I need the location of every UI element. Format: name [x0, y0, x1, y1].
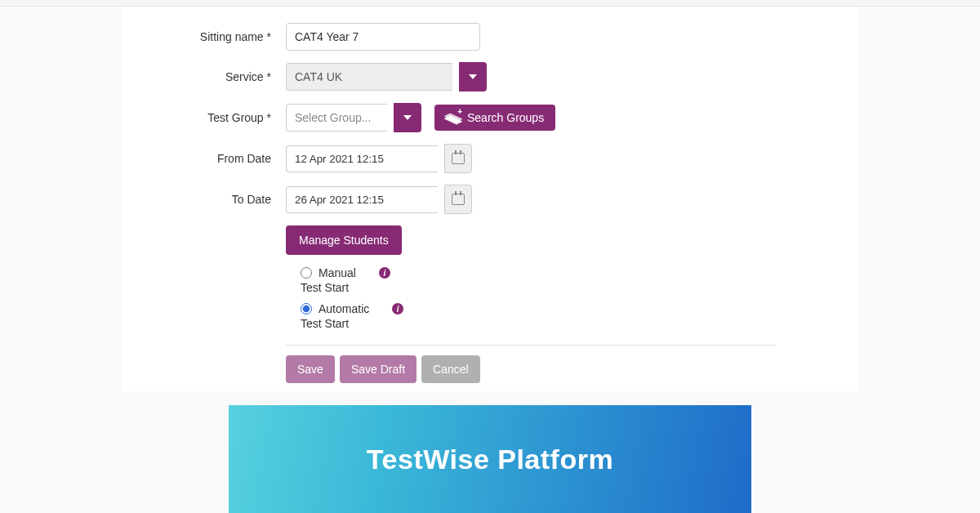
service-dropdown-button[interactable]: [459, 62, 487, 91]
manual-sublabel: Test Start: [301, 281, 464, 294]
divider: [286, 345, 776, 346]
calendar-icon: [452, 194, 465, 205]
from-date-calendar-button[interactable]: [444, 144, 472, 173]
save-button[interactable]: Save: [286, 355, 335, 383]
service-select[interactable]: CAT4 UK: [286, 63, 452, 91]
banner-title: TestWise Platform: [367, 444, 613, 475]
cancel-button[interactable]: Cancel: [421, 355, 480, 383]
action-buttons: Save Save Draft Cancel: [286, 355, 858, 383]
row-from-date: From Date: [122, 144, 858, 173]
save-draft-button[interactable]: Save Draft: [340, 355, 416, 383]
search-groups-label: Search Groups: [467, 111, 544, 124]
to-date-input[interactable]: [286, 186, 438, 213]
from-date-label: From Date: [122, 152, 286, 165]
chevron-down-icon: [403, 115, 412, 120]
automatic-test-start-radio[interactable]: [301, 303, 312, 314]
info-icon[interactable]: i: [379, 267, 390, 279]
row-sitting-name: Sitting name *: [122, 23, 858, 51]
test-group-label: Test Group *: [122, 111, 286, 124]
sitting-name-input[interactable]: [286, 23, 480, 51]
manual-test-start-radio[interactable]: [301, 267, 312, 279]
automatic-label: Automatic: [318, 302, 369, 315]
info-icon[interactable]: i: [392, 303, 403, 314]
banner: TestWise Platform: [229, 405, 751, 513]
sitting-form: Sitting name * Service * CAT4 UK Test Gr…: [122, 7, 858, 391]
service-label: Service *: [122, 70, 286, 83]
layers-plus-icon: +: [446, 112, 461, 123]
to-date-calendar-button[interactable]: [444, 185, 472, 214]
manage-students-button[interactable]: Manage Students: [286, 225, 402, 255]
calendar-icon: [452, 153, 465, 164]
row-test-group: Test Group * Select Group... + Search Gr…: [122, 103, 858, 132]
test-group-select[interactable]: Select Group...: [286, 104, 387, 132]
sitting-name-label: Sitting name *: [122, 30, 286, 43]
manual-label: Manual: [318, 266, 356, 279]
row-manage-students: Manage Students: [122, 225, 858, 255]
to-date-label: To Date: [122, 193, 286, 206]
chevron-down-icon: [469, 74, 477, 79]
from-date-input[interactable]: [286, 145, 438, 172]
top-bar: [0, 0, 980, 7]
search-groups-button[interactable]: + Search Groups: [434, 105, 555, 131]
automatic-sublabel: Test Start: [301, 317, 464, 330]
test-group-dropdown-button[interactable]: [394, 103, 421, 132]
test-start-mode: Manual i Test Start Automatic i Test Sta…: [301, 266, 464, 330]
row-service: Service * CAT4 UK: [122, 62, 858, 91]
row-to-date: To Date: [122, 185, 858, 214]
